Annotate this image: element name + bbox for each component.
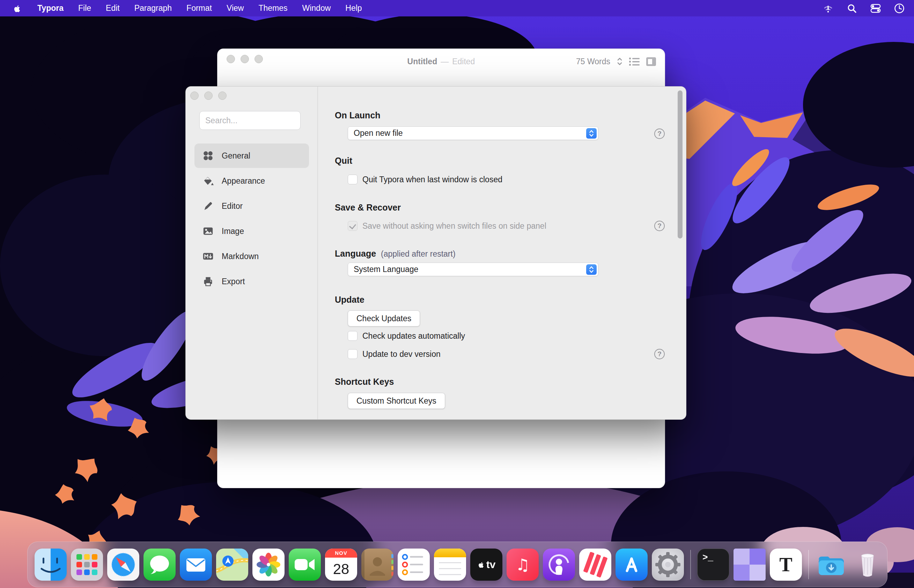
- sidebar-item-editor[interactable]: Editor: [194, 194, 309, 218]
- check-updates-button[interactable]: Check Updates: [348, 310, 420, 326]
- pencil-icon: [202, 200, 214, 212]
- calendar-month: NOV: [325, 549, 357, 557]
- dock-calendar[interactable]: NOV 28: [325, 549, 357, 581]
- word-count[interactable]: 75 Words: [576, 57, 610, 66]
- dock-apple-tv[interactable]: tv: [470, 549, 502, 581]
- dock-podcasts[interactable]: [543, 549, 575, 581]
- printer-icon: [202, 276, 214, 288]
- notes-line: [439, 568, 461, 569]
- dev-version-help-icon[interactable]: ?: [654, 349, 665, 359]
- dock-system-settings[interactable]: [652, 549, 684, 581]
- section-update: Update: [335, 294, 365, 305]
- quit-checkbox-label: Quit Typora when last window is closed: [362, 174, 502, 184]
- dock-maps[interactable]: [216, 549, 248, 581]
- music-note-icon: ♫: [515, 555, 530, 574]
- search-input[interactable]: [199, 111, 300, 130]
- search-icon[interactable]: [846, 3, 857, 14]
- check-updates-automatically-checkbox[interactable]: [348, 331, 357, 341]
- menu-help[interactable]: Help: [338, 0, 369, 16]
- language-select-value: System Language: [348, 265, 586, 274]
- sidebar-item-label: Editor: [222, 202, 243, 211]
- dock-app-store[interactable]: [615, 549, 648, 581]
- menu-themes[interactable]: Themes: [251, 0, 295, 16]
- sidebar-item-markdown[interactable]: Markdown: [194, 244, 309, 268]
- on-launch-select-value: Open new file: [348, 129, 586, 138]
- menu-view[interactable]: View: [219, 0, 251, 16]
- safari-compass-icon: [107, 549, 139, 581]
- video-camera-icon: [289, 549, 321, 581]
- dock-trash[interactable]: [851, 549, 883, 581]
- sidebar-item-general[interactable]: General: [194, 144, 309, 168]
- paint-bucket-icon: [202, 175, 214, 187]
- dock-reminders[interactable]: [398, 549, 430, 581]
- apple-logo: [13, 3, 22, 14]
- apple-menu[interactable]: [13, 3, 23, 14]
- on-launch-select[interactable]: Open new file: [348, 126, 598, 140]
- dock-image-preview[interactable]: [733, 549, 765, 581]
- dock-terminal[interactable]: >_: [697, 549, 729, 581]
- menu-edit[interactable]: Edit: [99, 0, 127, 16]
- save-help-icon[interactable]: ?: [654, 221, 665, 231]
- sidebar-item-label: General: [222, 151, 250, 161]
- dock-photos[interactable]: [252, 549, 284, 581]
- sidebar-item-appearance[interactable]: Appearance: [194, 169, 309, 193]
- language-select[interactable]: System Language: [348, 263, 598, 276]
- scrollbar-thumb[interactable]: [678, 90, 683, 239]
- prefs-window-controls: [190, 92, 226, 100]
- editor-titlebar: Untitled — Edited 75 Words: [218, 49, 665, 74]
- dock-finder[interactable]: [35, 549, 67, 581]
- quit-checkbox-row: Quit Typora when last window is closed: [348, 174, 502, 184]
- control-center-icon[interactable]: [870, 3, 881, 14]
- dock-launchpad[interactable]: [71, 549, 103, 581]
- dock-music[interactable]: ♫: [507, 549, 539, 581]
- dock-typora[interactable]: T: [770, 549, 802, 581]
- menu-typora[interactable]: Typora: [30, 0, 71, 16]
- menu-bar: Typora File Edit Paragraph Format View T…: [0, 0, 914, 16]
- select-stepper-icon: [586, 128, 597, 139]
- sidebar-item-label: Image: [222, 227, 244, 236]
- custom-shortcut-keys-button[interactable]: Custom Shortcut Keys: [348, 393, 445, 409]
- dock-facetime[interactable]: [289, 549, 321, 581]
- close-button[interactable]: [190, 92, 199, 100]
- notes-band: [434, 549, 466, 557]
- zoom-button[interactable]: [218, 92, 226, 100]
- notes-line: [439, 562, 461, 563]
- word-count-stepper-icon[interactable]: [617, 57, 623, 66]
- auto-update-checkbox-row: Check updates automatically: [348, 331, 465, 341]
- update-to-dev-version-checkbox[interactable]: [348, 349, 357, 359]
- outline-list-icon[interactable]: [629, 57, 639, 66]
- dock-notes[interactable]: [434, 549, 466, 581]
- menu-format[interactable]: Format: [179, 0, 219, 16]
- quit-checkbox[interactable]: [348, 174, 357, 184]
- minimize-button[interactable]: [204, 92, 213, 100]
- dock-downloads[interactable]: [815, 549, 847, 581]
- select-stepper-icon: [586, 264, 597, 275]
- dock-messages[interactable]: [144, 549, 176, 581]
- sidebar-item-image[interactable]: Image: [194, 219, 309, 243]
- gear-icon: [652, 549, 684, 581]
- clock-icon[interactable]: [894, 3, 905, 14]
- calendar-day: 28: [325, 557, 357, 581]
- menu-paragraph[interactable]: Paragraph: [127, 0, 179, 16]
- on-launch-help-icon[interactable]: ?: [654, 129, 665, 139]
- menu-window[interactable]: Window: [295, 0, 338, 16]
- dock-contacts[interactable]: [361, 549, 394, 581]
- envelope-icon: [180, 549, 212, 581]
- launchpad-grid-icon: [71, 549, 103, 581]
- section-on-launch: On Launch: [335, 110, 381, 120]
- grid-icon: [202, 150, 214, 162]
- sidebar-item-export[interactable]: Export: [194, 269, 309, 294]
- dock-news[interactable]: [579, 549, 611, 581]
- preferences-window: General Appearance Editor: [186, 86, 686, 420]
- wifi-alert-icon[interactable]: [822, 3, 834, 14]
- dock-safari[interactable]: [107, 549, 139, 581]
- save-checkbox-label: Save without asking when switch files on…: [362, 221, 546, 231]
- save-without-asking-checkbox[interactable]: [348, 221, 357, 231]
- trash-icon: [851, 549, 883, 581]
- photos-pinwheel-icon: [252, 549, 284, 581]
- section-shortcut-keys: Shortcut Keys: [335, 376, 394, 387]
- menu-file[interactable]: File: [71, 0, 99, 16]
- sidebar-panel-icon[interactable]: [646, 57, 656, 66]
- maps-icon: [216, 549, 248, 581]
- dock-mail[interactable]: [180, 549, 212, 581]
